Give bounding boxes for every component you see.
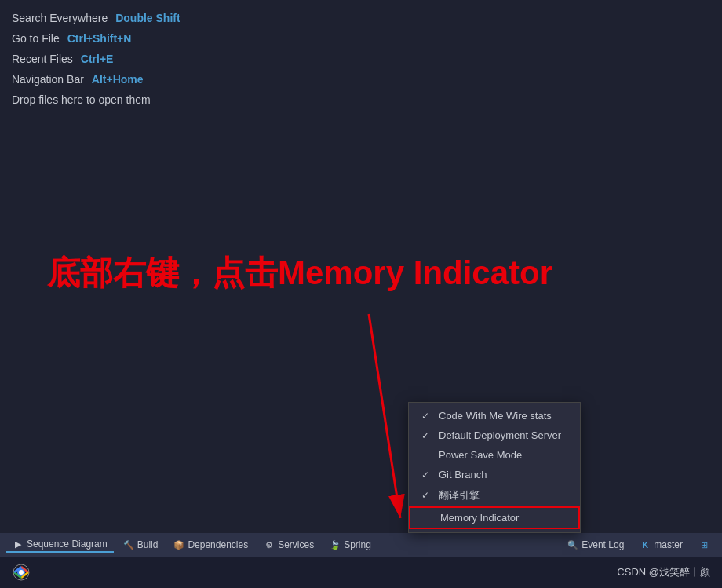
- status-right: 🔍 Event Log K master ⊞: [561, 538, 716, 552]
- status-item-sequence-diagram[interactable]: ▶ Sequence Diagram: [6, 537, 114, 553]
- menu-item-navigation-bar[interactable]: Navigation Bar Alt+Home: [12, 69, 710, 89]
- chrome-icon: [12, 563, 31, 582]
- context-menu-item-git-branch[interactable]: ✓ Git Branch: [409, 465, 580, 484]
- status-item-build[interactable]: 🔨 Build: [117, 538, 165, 552]
- context-menu-label: Code With Me Wire stats: [439, 410, 552, 422]
- svg-line-1: [369, 314, 400, 518]
- status-item-event-log[interactable]: 🔍 Event Log: [561, 538, 630, 552]
- menu-item-text: Search Everywhere: [12, 12, 108, 24]
- bottom-bar: CSDN @浅笑醉丨颜: [0, 557, 722, 588]
- menu-items: Search Everywhere Double Shift Go to Fil…: [0, 0, 722, 118]
- menu-item-go-to-file[interactable]: Go to File Ctrl+Shift+N: [12, 28, 710, 49]
- context-menu-label: Memory Indicator: [440, 512, 519, 524]
- spring-label: Spring: [344, 539, 371, 550]
- context-menu-item-power-save[interactable]: Power Save Mode: [409, 445, 580, 465]
- build-label: Build: [137, 539, 159, 550]
- sequence-diagram-label: Sequence Diagram: [27, 539, 108, 550]
- menu-item-text: Navigation Bar: [12, 73, 84, 86]
- status-item-windows[interactable]: ⊞: [692, 538, 716, 552]
- master-icon: K: [640, 539, 651, 550]
- context-menu-item-default-deployment[interactable]: ✓ Default Deployment Server: [409, 425, 580, 445]
- menu-item-search-everywhere[interactable]: Search Everywhere Double Shift: [12, 8, 710, 28]
- status-item-services[interactable]: ⚙ Services: [257, 538, 320, 552]
- menu-item-shortcut: Double Shift: [115, 12, 180, 24]
- context-menu: ✓ Code With Me Wire stats ✓ Default Depl…: [408, 402, 581, 533]
- checkmark-git-branch: ✓: [421, 469, 432, 480]
- main-area: Search Everywhere Double Shift Go to Fil…: [0, 0, 722, 588]
- checkmark-code-with-me: ✓: [421, 411, 432, 422]
- menu-item-recent-files[interactable]: Recent Files Ctrl+E: [12, 49, 710, 69]
- status-bar: ▶ Sequence Diagram 🔨 Build 📦 Dependencie…: [0, 533, 722, 557]
- bottom-bar-right: CSDN @浅笑醉丨颜: [617, 565, 710, 579]
- menu-item-shortcut: Ctrl+E: [81, 53, 114, 65]
- svg-point-5: [19, 570, 24, 575]
- services-icon: ⚙: [264, 539, 275, 550]
- sequence-diagram-icon: ▶: [13, 539, 24, 550]
- menu-item-shortcut: Alt+Home: [92, 73, 144, 86]
- event-log-icon: 🔍: [567, 539, 578, 550]
- context-menu-item-translate-engine[interactable]: ✓ 翻译引擎: [409, 484, 580, 506]
- dependencies-icon: 📦: [173, 539, 184, 550]
- status-item-spring[interactable]: 🍃 Spring: [323, 538, 377, 552]
- menu-item-shortcut: Ctrl+Shift+N: [67, 32, 132, 45]
- menu-item-drop-files: Drop files here to open them: [12, 89, 710, 110]
- master-label: master: [654, 539, 683, 550]
- dependencies-label: Dependencies: [188, 539, 248, 550]
- context-menu-label: 翻译引擎: [439, 488, 480, 502]
- build-icon: 🔨: [123, 539, 134, 550]
- status-item-master[interactable]: K master: [633, 538, 689, 552]
- menu-item-text: Go to File: [12, 32, 60, 45]
- annotation-text: 底部右键，点击Memory Indicator: [47, 251, 552, 295]
- bottom-brand: CSDN @浅笑醉丨颜: [617, 565, 710, 579]
- context-menu-label: Power Save Mode: [439, 449, 522, 461]
- windows-icon: ⊞: [698, 539, 709, 550]
- spring-icon: 🍃: [330, 539, 341, 550]
- checkmark-default-deployment: ✓: [421, 430, 432, 441]
- menu-item-text: Recent Files: [12, 53, 73, 65]
- context-menu-item-code-with-me[interactable]: ✓ Code With Me Wire stats: [409, 406, 580, 425]
- checkmark-translate-engine: ✓: [421, 490, 432, 501]
- context-menu-label: Default Deployment Server: [439, 429, 561, 441]
- services-label: Services: [278, 539, 314, 550]
- status-item-dependencies[interactable]: 📦 Dependencies: [167, 538, 254, 552]
- context-menu-item-memory-indicator[interactable]: Memory Indicator: [409, 506, 580, 529]
- menu-item-text: Drop files here to open them: [12, 93, 151, 106]
- event-log-label: Event Log: [582, 539, 624, 550]
- context-menu-label: Git Branch: [439, 469, 487, 480]
